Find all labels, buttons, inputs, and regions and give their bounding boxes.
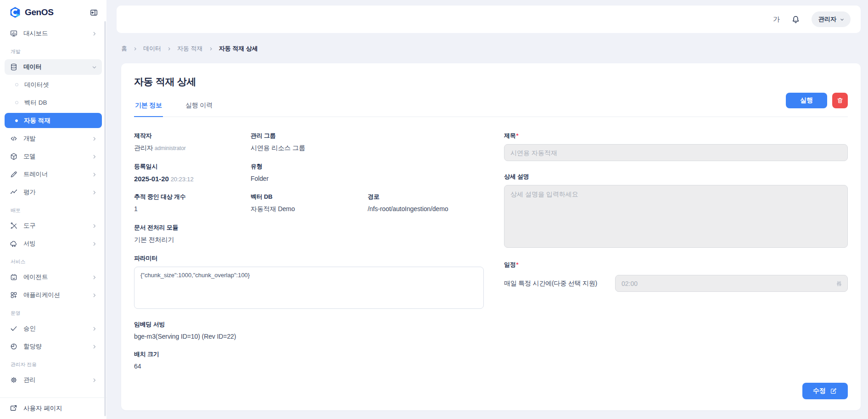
code-icon [9, 134, 18, 143]
card-actions: 실행 [786, 93, 848, 108]
breadcrumb-home[interactable]: 홈 [121, 45, 127, 53]
field-label: 등록일시 [134, 162, 251, 171]
chevron-right-icon [208, 46, 213, 51]
sidebar-item-label: 관리 [23, 376, 91, 384]
sidebar-item-label: 벡터 DB [24, 99, 47, 107]
breadcrumb-current: 자동 적재 상세 [219, 45, 258, 53]
sidebar-section-deploy: 배포 [11, 207, 102, 214]
gear-icon [9, 375, 18, 385]
tracked-count-value: 1 [134, 205, 251, 212]
external-page-icon [9, 404, 18, 413]
detail-fields: 제작자 관리자administrator 관리 그룹 시연용 리소스 그룹 등록… [134, 132, 484, 370]
chevron-right-icon [91, 190, 97, 196]
chevron-right-icon [91, 31, 97, 37]
chevron-right-icon [91, 241, 97, 247]
sidebar-item-label: 개발 [23, 134, 91, 143]
brand-logo[interactable]: GenOS [9, 6, 53, 18]
sidebar-section-service: 서비스 [11, 258, 102, 265]
bullet-icon [15, 101, 18, 104]
sidebar-item-user-page[interactable]: 사용자 페이지 [0, 397, 106, 419]
font-size-button[interactable]: 가 [773, 15, 780, 24]
description-textarea[interactable] [504, 185, 848, 248]
sidebar-item-approval[interactable]: 승인 [5, 321, 102, 336]
sidebar-collapse-icon[interactable] [90, 8, 98, 17]
sidebar-item-agent[interactable]: 에이전트 [5, 269, 102, 285]
field-label: 유형 [251, 162, 484, 171]
tab-run-history[interactable]: 실행 이력 [185, 95, 213, 117]
sidebar-item-admin[interactable]: 관리 [5, 372, 102, 388]
field-embedding-serving: 임베딩 서빙 bge-m3(Serving ID=10) (Rev ID=22) [134, 320, 484, 340]
user-menu[interactable]: 관리자 [812, 11, 851, 27]
sidebar-item-label: 할당량 [23, 342, 91, 351]
sidebar-item-label: 대시보드 [23, 29, 91, 38]
edit-button[interactable]: 수정 [802, 383, 848, 399]
schedule-row: 매일 특정 시간에(다중 선택 지원) [504, 275, 848, 292]
field-tracked-count: 추적 중인 대상 개수 1 [134, 193, 251, 213]
required-mark: * [516, 261, 519, 268]
form-group-schedule: 일정* 매일 특정 시간에(다중 선택 지원) [504, 261, 848, 292]
sidebar-section-dev: 개발 [11, 48, 102, 55]
schedule-time-input[interactable] [615, 275, 848, 292]
field-label: 파라미터 [134, 254, 484, 263]
field-creator: 제작자 관리자administrator [134, 132, 251, 152]
sidebar-item-label: 평가 [23, 188, 91, 196]
parameters-textarea[interactable]: {"chunk_size":1000,"chunk_overlap":100} [134, 267, 484, 309]
tools-icon [9, 221, 18, 230]
sidebar-item-auto-ingest[interactable]: 자동 적재 [5, 113, 102, 128]
sidebar-scrollbar[interactable] [104, 21, 106, 416]
sidebar-item-trainer[interactable]: 트레이너 [5, 167, 102, 182]
sliders-icon[interactable] [835, 280, 843, 287]
sidebar-section-admin-only: 관리자 전용 [11, 361, 102, 368]
sidebar-item-dashboard[interactable]: 대시보드 [5, 26, 102, 41]
chevron-right-icon [91, 154, 97, 160]
breadcrumb: 홈 데이터 자동 적재 자동 적재 상세 [121, 45, 861, 53]
chevron-right-icon [91, 172, 97, 178]
dashboard-icon [9, 29, 18, 38]
chevron-right-icon [167, 46, 172, 51]
chevron-right-icon [91, 344, 97, 350]
vector-db-value: 자동적재 Demo [251, 205, 368, 213]
check-icon [9, 324, 18, 333]
form-group-title: 제목* [504, 132, 848, 161]
breadcrumb-data[interactable]: 데이터 [143, 45, 161, 53]
tab-basic-info[interactable]: 기본 정보 [134, 95, 163, 117]
field-preprocess-module: 문서 전처리 모듈 기본 전처리기 [134, 223, 484, 244]
sidebar-item-tools[interactable]: 도구 [5, 218, 102, 234]
sidebar-item-dataset[interactable]: 데이터셋 [5, 77, 102, 92]
embedding-serving-value: bge-m3(Serving ID=10) (Rev ID=22) [134, 333, 484, 340]
chevron-right-icon [91, 377, 97, 383]
database-icon [9, 62, 18, 72]
trend-chart-icon [9, 188, 18, 197]
chevron-right-icon [91, 136, 97, 142]
field-label: 벡터 DB [251, 193, 368, 201]
sidebar-item-vector-db[interactable]: 벡터 DB [5, 95, 102, 110]
sidebar-item-application[interactable]: 애플리케이션 [5, 287, 102, 303]
sidebar-item-model[interactable]: 모델 [5, 149, 102, 164]
notification-bell-icon[interactable] [791, 15, 801, 24]
sidebar-item-label: 트레이너 [23, 170, 91, 179]
creator-value: 관리자 [134, 144, 153, 151]
sidebar-item-label: 모델 [23, 152, 91, 161]
title-input[interactable] [504, 144, 848, 161]
form-group-description: 상세 설명 [504, 173, 848, 249]
sidebar-section-ops: 운영 [11, 310, 102, 317]
sidebar: GenOS 대시보드 개발 [0, 0, 106, 419]
breadcrumb-auto-ingest[interactable]: 자동 적재 [177, 45, 203, 53]
field-group: 관리 그룹 시연용 리소스 그룹 [251, 132, 484, 152]
sidebar-item-data[interactable]: 데이터 [5, 59, 102, 75]
main-area: 가 관리자 홈 데이터 자동 적재 자동 적재 상세 자동 적재 상 [110, 0, 868, 410]
chevron-right-icon [133, 46, 138, 51]
batch-size-value: 64 [134, 363, 484, 370]
field-label: 임베딩 서빙 [134, 320, 484, 329]
run-button[interactable]: 실행 [786, 93, 827, 108]
preprocess-module-value: 기본 전처리기 [134, 236, 484, 244]
schedule-option-label: 매일 특정 시간에(다중 선택 지원) [504, 279, 597, 288]
sidebar-item-serving[interactable]: 서빙 [5, 236, 102, 251]
sidebar-item-evaluation[interactable]: 평가 [5, 184, 102, 200]
registered-date: 2025-01-20 [134, 175, 169, 183]
sidebar-item-quota[interactable]: 할당량 [5, 339, 102, 354]
chevron-down-icon [840, 17, 845, 22]
sidebar-item-develop[interactable]: 개발 [5, 131, 102, 146]
sidebar-item-label: 애플리케이션 [23, 291, 91, 299]
delete-button[interactable] [832, 93, 848, 108]
